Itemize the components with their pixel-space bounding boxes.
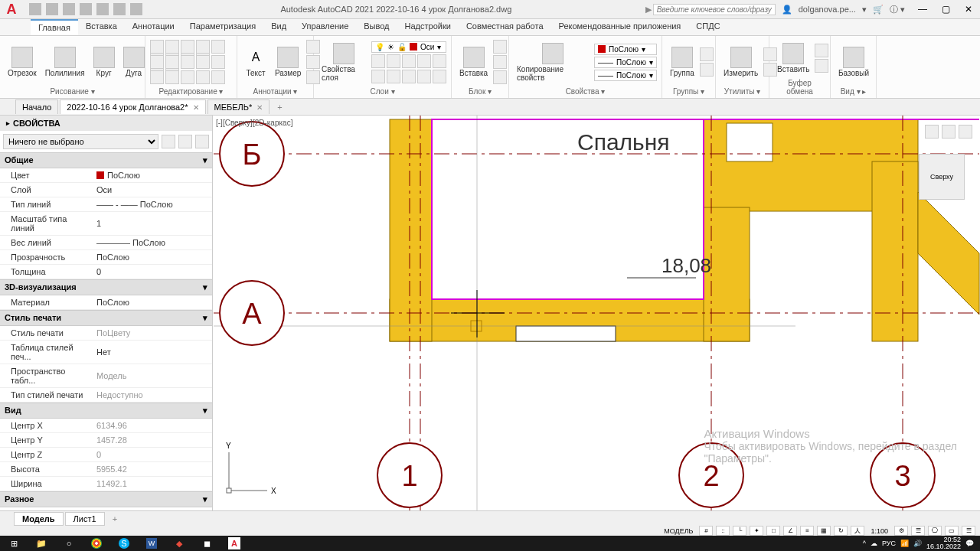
panel-annotation-label[interactable]: Аннотации ▾ xyxy=(242,86,309,96)
selectobj-icon[interactable] xyxy=(195,135,209,148)
file-tab-add[interactable]: + xyxy=(271,100,288,114)
prop-row[interactable]: Пространство табл...Модель xyxy=(0,364,212,388)
panel-props-label[interactable]: Свойства ▾ xyxy=(514,86,657,96)
prop-row[interactable]: Высота5955.42 xyxy=(0,462,212,477)
user-area[interactable]: 👤 dolganova.pe... ▾ 🛒 ⓘ ▾ xyxy=(776,4,911,15)
match-props-button[interactable]: Копирование свойств xyxy=(514,41,592,83)
prop-row[interactable]: Таблица стилей печ...Нет xyxy=(0,341,212,364)
prop-section-header[interactable]: Разное▾ xyxy=(0,491,212,507)
status-gear-icon[interactable]: ⚙ xyxy=(894,526,908,536)
prop-row[interactable]: МатериалПоСлою xyxy=(0,295,212,310)
panel-view-label[interactable]: Вид ▾ ▸ xyxy=(835,86,871,96)
quickselect-icon[interactable] xyxy=(162,135,175,148)
ribbon-tab-home[interactable]: Главная xyxy=(31,19,78,35)
layout-tab-model[interactable]: Модель xyxy=(14,512,64,526)
rotate-icon[interactable] xyxy=(165,40,179,54)
selection-dropdown[interactable]: Ничего не выбрано xyxy=(3,134,158,149)
pickadd-icon[interactable] xyxy=(178,135,192,148)
linetype-combo[interactable]: ——ПоСлою▾ xyxy=(594,70,657,81)
text-button[interactable]: AТекст xyxy=(242,45,270,79)
move-icon[interactable] xyxy=(150,40,164,54)
viewport-max-icon[interactable] xyxy=(942,125,956,139)
prop-row[interactable]: Масштаб типа линий1 xyxy=(0,212,212,236)
prop-row[interactable]: Центр Z0 xyxy=(0,448,212,462)
start-button[interactable]: ⊞ xyxy=(0,536,28,551)
measure-button[interactable]: Измерить xyxy=(720,45,761,79)
arc-button[interactable]: Дуга xyxy=(120,45,148,79)
tray-date[interactable]: 16.10.2022 xyxy=(926,543,961,550)
prop-section-header[interactable]: Общие▾ xyxy=(0,152,212,168)
status-otrack-icon[interactable]: ∠ xyxy=(783,526,797,536)
task-skype-icon[interactable]: S xyxy=(119,538,129,549)
maximize-button[interactable]: ▢ xyxy=(934,0,957,19)
status-workspace-icon[interactable]: ☰ xyxy=(911,526,925,536)
baseview-button[interactable]: Базовый xyxy=(835,45,872,79)
qat-plot-icon[interactable] xyxy=(96,3,109,15)
search-input[interactable] xyxy=(653,4,776,15)
qat-undo-icon[interactable] xyxy=(113,3,126,15)
status-cycle-icon[interactable]: ↻ xyxy=(834,526,848,536)
layout-add[interactable]: + xyxy=(106,513,123,525)
tray-lang[interactable]: РУС xyxy=(882,540,896,547)
ribbon-tab-featured[interactable]: Рекомендованные приложения xyxy=(551,19,689,35)
prop-row[interactable]: Стиль печатиПоЦвету xyxy=(0,326,212,341)
tray-volume-icon[interactable]: 🔊 xyxy=(913,540,922,547)
status-osnap-icon[interactable]: □ xyxy=(766,526,780,536)
task-app-icon[interactable]: ◆ xyxy=(165,536,193,551)
file-tab-current[interactable]: 2022-10-16 4 урок Долганова2*✕ xyxy=(60,99,205,114)
file-tab-start[interactable]: Начало xyxy=(15,99,58,114)
viewcube[interactable]: Сверху xyxy=(919,154,965,200)
ribbon-tab-parametric[interactable]: Параметризация xyxy=(182,19,263,35)
minimize-button[interactable]: — xyxy=(911,0,934,19)
file-tab-furniture[interactable]: МЕБЕЛЬ*✕ xyxy=(207,99,270,114)
scale-icon[interactable] xyxy=(165,70,179,84)
task-explorer-icon[interactable]: 📁 xyxy=(28,536,55,551)
task-chrome-icon[interactable] xyxy=(91,538,102,549)
prop-row[interactable]: Вес линий———— ПоСлою xyxy=(0,236,212,250)
prop-section-header[interactable]: Стиль печати▾ xyxy=(0,310,212,326)
task-autocad-icon[interactable]: A xyxy=(228,537,240,549)
status-scale[interactable]: 1:100 xyxy=(867,527,891,535)
qat-redo-icon[interactable] xyxy=(130,3,142,15)
stretch-icon[interactable] xyxy=(150,70,164,84)
tray-notifications-icon[interactable]: 💬 xyxy=(965,540,974,547)
prop-row[interactable]: ПрозрачностьПоСлою xyxy=(0,250,212,265)
status-clean-icon[interactable]: ▭ xyxy=(945,526,959,536)
mirror-icon[interactable] xyxy=(165,55,179,69)
layout-tab-sheet1[interactable]: Лист1 xyxy=(65,512,105,526)
status-grid-icon[interactable]: # xyxy=(699,526,713,536)
tray-chevron-icon[interactable]: ^ xyxy=(863,540,866,547)
ribbon-tab-manage[interactable]: Управление xyxy=(294,19,356,35)
prop-row[interactable]: Ширина11492.1 xyxy=(0,477,212,491)
tray-wifi-icon[interactable]: 📶 xyxy=(900,540,909,547)
tray-cloud-icon[interactable]: ☁ xyxy=(871,540,877,547)
drawing-area[interactable]: [-][Сверху][2D-каркас] xyxy=(213,116,980,510)
close-icon[interactable]: ✕ xyxy=(256,103,263,112)
help-icon[interactable]: ⓘ ▾ xyxy=(890,4,905,15)
prop-row[interactable]: Центр X6134.96 xyxy=(0,419,212,433)
ribbon-tab-collab[interactable]: Совместная работа xyxy=(459,19,551,35)
close-icon[interactable]: ✕ xyxy=(193,103,199,112)
circle-button[interactable]: Круг xyxy=(90,45,118,79)
panel-modify-label[interactable]: Редактирование ▾ xyxy=(150,86,232,96)
panel-layers-label[interactable]: Слои ▾ xyxy=(318,86,446,96)
status-polar-icon[interactable]: ✦ xyxy=(750,526,763,536)
viewport-close-icon[interactable] xyxy=(959,125,972,139)
prop-row[interactable]: ЦветПоСлою xyxy=(0,168,212,183)
ribbon-tab-annotate[interactable]: Аннотации xyxy=(125,19,182,35)
viewport-min-icon[interactable] xyxy=(925,125,939,139)
polyline-button[interactable]: Полилиния xyxy=(42,45,88,79)
prop-section-header[interactable]: 3D-визуализация▾ xyxy=(0,279,212,295)
prop-row[interactable]: Толщина0 xyxy=(0,265,212,279)
lineweight-combo[interactable]: ——ПоСлою▾ xyxy=(594,57,657,68)
task-app2-icon[interactable]: ◼ xyxy=(193,536,220,551)
copy-icon[interactable] xyxy=(150,55,164,69)
cart-icon[interactable]: 🛒 xyxy=(873,5,884,15)
paste-button[interactable]: Вставить xyxy=(774,41,812,75)
status-monitor-icon[interactable]: 🖵 xyxy=(928,526,942,536)
line-button[interactable]: Отрезок xyxy=(5,45,40,79)
status-lwt-icon[interactable]: ≡ xyxy=(800,526,814,536)
panel-draw-label[interactable]: Рисование ▾ xyxy=(5,86,140,96)
prop-section-header[interactable]: Вид▾ xyxy=(0,403,212,419)
ribbon-tab-output[interactable]: Вывод xyxy=(356,19,397,35)
